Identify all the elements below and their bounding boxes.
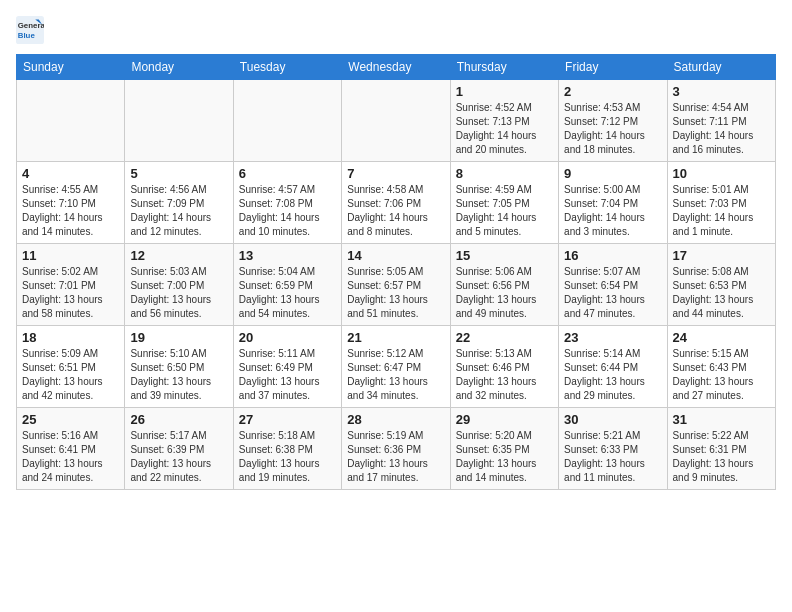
day-info: Sunrise: 5:03 AMSunset: 7:00 PMDaylight:…: [130, 265, 227, 321]
day-info: Sunrise: 5:17 AMSunset: 6:39 PMDaylight:…: [130, 429, 227, 485]
calendar-cell: 12Sunrise: 5:03 AMSunset: 7:00 PMDayligh…: [125, 244, 233, 326]
calendar-cell: 18Sunrise: 5:09 AMSunset: 6:51 PMDayligh…: [17, 326, 125, 408]
calendar-cell: 9Sunrise: 5:00 AMSunset: 7:04 PMDaylight…: [559, 162, 667, 244]
calendar-cell: 31Sunrise: 5:22 AMSunset: 6:31 PMDayligh…: [667, 408, 775, 490]
calendar-cell: 3Sunrise: 4:54 AMSunset: 7:11 PMDaylight…: [667, 80, 775, 162]
calendar-table: SundayMondayTuesdayWednesdayThursdayFrid…: [16, 54, 776, 490]
day-info: Sunrise: 5:12 AMSunset: 6:47 PMDaylight:…: [347, 347, 444, 403]
day-number: 6: [239, 166, 336, 181]
day-number: 17: [673, 248, 770, 263]
logo-icon: General Blue: [16, 16, 44, 44]
day-number: 23: [564, 330, 661, 345]
day-number: 29: [456, 412, 553, 427]
calendar-cell: 6Sunrise: 4:57 AMSunset: 7:08 PMDaylight…: [233, 162, 341, 244]
day-number: 4: [22, 166, 119, 181]
day-number: 16: [564, 248, 661, 263]
svg-text:Blue: Blue: [18, 31, 36, 40]
calendar-cell: 17Sunrise: 5:08 AMSunset: 6:53 PMDayligh…: [667, 244, 775, 326]
day-number: 11: [22, 248, 119, 263]
day-number: 9: [564, 166, 661, 181]
calendar-cell: 28Sunrise: 5:19 AMSunset: 6:36 PMDayligh…: [342, 408, 450, 490]
day-info: Sunrise: 5:07 AMSunset: 6:54 PMDaylight:…: [564, 265, 661, 321]
day-info: Sunrise: 4:55 AMSunset: 7:10 PMDaylight:…: [22, 183, 119, 239]
logo: General Blue: [16, 16, 48, 44]
weekday-header-row: SundayMondayTuesdayWednesdayThursdayFrid…: [17, 55, 776, 80]
calendar-cell: 13Sunrise: 5:04 AMSunset: 6:59 PMDayligh…: [233, 244, 341, 326]
day-info: Sunrise: 5:00 AMSunset: 7:04 PMDaylight:…: [564, 183, 661, 239]
day-info: Sunrise: 4:56 AMSunset: 7:09 PMDaylight:…: [130, 183, 227, 239]
day-info: Sunrise: 5:09 AMSunset: 6:51 PMDaylight:…: [22, 347, 119, 403]
day-info: Sunrise: 5:21 AMSunset: 6:33 PMDaylight:…: [564, 429, 661, 485]
calendar-cell: 23Sunrise: 5:14 AMSunset: 6:44 PMDayligh…: [559, 326, 667, 408]
weekday-header-monday: Monday: [125, 55, 233, 80]
calendar-cell: 7Sunrise: 4:58 AMSunset: 7:06 PMDaylight…: [342, 162, 450, 244]
day-number: 25: [22, 412, 119, 427]
calendar-cell: 25Sunrise: 5:16 AMSunset: 6:41 PMDayligh…: [17, 408, 125, 490]
calendar-cell: 4Sunrise: 4:55 AMSunset: 7:10 PMDaylight…: [17, 162, 125, 244]
day-info: Sunrise: 5:01 AMSunset: 7:03 PMDaylight:…: [673, 183, 770, 239]
day-number: 27: [239, 412, 336, 427]
calendar-cell: [233, 80, 341, 162]
weekday-header-tuesday: Tuesday: [233, 55, 341, 80]
calendar-week-row: 1Sunrise: 4:52 AMSunset: 7:13 PMDaylight…: [17, 80, 776, 162]
calendar-cell: [125, 80, 233, 162]
day-info: Sunrise: 5:11 AMSunset: 6:49 PMDaylight:…: [239, 347, 336, 403]
day-number: 3: [673, 84, 770, 99]
day-info: Sunrise: 4:58 AMSunset: 7:06 PMDaylight:…: [347, 183, 444, 239]
day-number: 24: [673, 330, 770, 345]
day-number: 14: [347, 248, 444, 263]
day-info: Sunrise: 4:52 AMSunset: 7:13 PMDaylight:…: [456, 101, 553, 157]
day-info: Sunrise: 5:05 AMSunset: 6:57 PMDaylight:…: [347, 265, 444, 321]
day-info: Sunrise: 5:10 AMSunset: 6:50 PMDaylight:…: [130, 347, 227, 403]
day-number: 8: [456, 166, 553, 181]
day-info: Sunrise: 5:16 AMSunset: 6:41 PMDaylight:…: [22, 429, 119, 485]
calendar-week-row: 18Sunrise: 5:09 AMSunset: 6:51 PMDayligh…: [17, 326, 776, 408]
day-number: 19: [130, 330, 227, 345]
weekday-header-friday: Friday: [559, 55, 667, 80]
calendar-cell: 14Sunrise: 5:05 AMSunset: 6:57 PMDayligh…: [342, 244, 450, 326]
day-info: Sunrise: 5:06 AMSunset: 6:56 PMDaylight:…: [456, 265, 553, 321]
day-number: 5: [130, 166, 227, 181]
day-info: Sunrise: 5:15 AMSunset: 6:43 PMDaylight:…: [673, 347, 770, 403]
calendar-cell: [342, 80, 450, 162]
weekday-header-thursday: Thursday: [450, 55, 558, 80]
weekday-header-saturday: Saturday: [667, 55, 775, 80]
calendar-week-row: 11Sunrise: 5:02 AMSunset: 7:01 PMDayligh…: [17, 244, 776, 326]
calendar-cell: 24Sunrise: 5:15 AMSunset: 6:43 PMDayligh…: [667, 326, 775, 408]
calendar-cell: 1Sunrise: 4:52 AMSunset: 7:13 PMDaylight…: [450, 80, 558, 162]
calendar-cell: 29Sunrise: 5:20 AMSunset: 6:35 PMDayligh…: [450, 408, 558, 490]
day-number: 10: [673, 166, 770, 181]
calendar-cell: [17, 80, 125, 162]
day-info: Sunrise: 5:20 AMSunset: 6:35 PMDaylight:…: [456, 429, 553, 485]
day-number: 28: [347, 412, 444, 427]
weekday-header-wednesday: Wednesday: [342, 55, 450, 80]
day-number: 1: [456, 84, 553, 99]
day-info: Sunrise: 4:57 AMSunset: 7:08 PMDaylight:…: [239, 183, 336, 239]
day-number: 22: [456, 330, 553, 345]
day-number: 20: [239, 330, 336, 345]
calendar-cell: 15Sunrise: 5:06 AMSunset: 6:56 PMDayligh…: [450, 244, 558, 326]
calendar-cell: 21Sunrise: 5:12 AMSunset: 6:47 PMDayligh…: [342, 326, 450, 408]
calendar-cell: 2Sunrise: 4:53 AMSunset: 7:12 PMDaylight…: [559, 80, 667, 162]
day-number: 2: [564, 84, 661, 99]
day-info: Sunrise: 5:04 AMSunset: 6:59 PMDaylight:…: [239, 265, 336, 321]
day-number: 26: [130, 412, 227, 427]
day-number: 13: [239, 248, 336, 263]
day-info: Sunrise: 5:08 AMSunset: 6:53 PMDaylight:…: [673, 265, 770, 321]
calendar-cell: 30Sunrise: 5:21 AMSunset: 6:33 PMDayligh…: [559, 408, 667, 490]
calendar-week-row: 25Sunrise: 5:16 AMSunset: 6:41 PMDayligh…: [17, 408, 776, 490]
calendar-cell: 5Sunrise: 4:56 AMSunset: 7:09 PMDaylight…: [125, 162, 233, 244]
day-info: Sunrise: 5:13 AMSunset: 6:46 PMDaylight:…: [456, 347, 553, 403]
calendar-cell: 20Sunrise: 5:11 AMSunset: 6:49 PMDayligh…: [233, 326, 341, 408]
day-number: 21: [347, 330, 444, 345]
day-number: 18: [22, 330, 119, 345]
calendar-cell: 19Sunrise: 5:10 AMSunset: 6:50 PMDayligh…: [125, 326, 233, 408]
calendar-week-row: 4Sunrise: 4:55 AMSunset: 7:10 PMDaylight…: [17, 162, 776, 244]
day-info: Sunrise: 5:22 AMSunset: 6:31 PMDaylight:…: [673, 429, 770, 485]
day-info: Sunrise: 5:14 AMSunset: 6:44 PMDaylight:…: [564, 347, 661, 403]
day-info: Sunrise: 4:54 AMSunset: 7:11 PMDaylight:…: [673, 101, 770, 157]
day-number: 31: [673, 412, 770, 427]
day-info: Sunrise: 5:19 AMSunset: 6:36 PMDaylight:…: [347, 429, 444, 485]
page-header: General Blue: [16, 16, 776, 44]
calendar-cell: 10Sunrise: 5:01 AMSunset: 7:03 PMDayligh…: [667, 162, 775, 244]
